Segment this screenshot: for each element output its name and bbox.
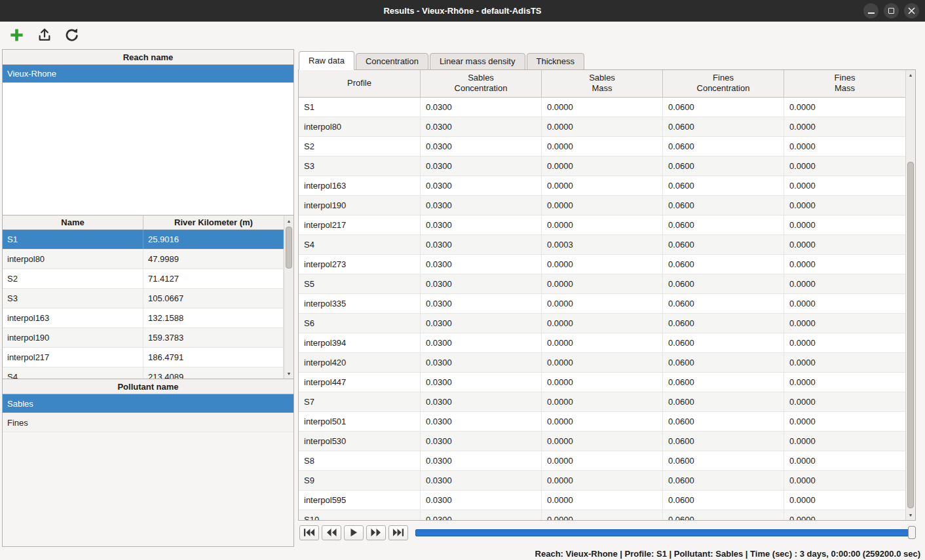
profile-row[interactable]: S125.9016	[3, 230, 284, 250]
data-cell: 0.0300	[421, 137, 542, 156]
play-button[interactable]	[344, 525, 364, 540]
scroll-up-icon[interactable]: ▲	[284, 216, 293, 225]
data-cell: 0.0000	[784, 412, 905, 431]
data-cell: 0.0600	[663, 353, 784, 372]
data-cell: 0.0000	[784, 373, 905, 392]
close-button[interactable]	[904, 3, 919, 18]
data-cell: 0.0000	[542, 392, 663, 411]
skip-to-end-button[interactable]	[388, 525, 408, 540]
profile-cell: interpol163	[3, 308, 143, 327]
data-row[interactable]: interpol5010.03000.00000.06000.0000	[299, 412, 905, 432]
data-cell: interpol530	[299, 432, 421, 451]
tab-linear-mass-density[interactable]: Linear mass density	[430, 53, 525, 70]
data-row[interactable]: interpol3940.03000.00000.06000.0000	[299, 333, 905, 353]
column-header[interactable]: FinesConcentration	[663, 70, 784, 97]
data-row[interactable]: interpol5950.03000.00000.06000.0000	[299, 491, 905, 510]
data-cell: 0.0000	[784, 432, 905, 451]
time-slider-handle[interactable]	[908, 526, 916, 539]
column-header-line2: Mass	[592, 83, 612, 94]
data-row[interactable]: S60.03000.00000.06000.0000	[299, 314, 905, 333]
profiles-panel: Name River Kilometer (m) S125.9016interp…	[2, 215, 294, 379]
data-row[interactable]: S30.03000.00000.06000.0000	[299, 157, 905, 176]
data-cell: 0.0300	[421, 333, 542, 352]
data-row[interactable]: interpol4470.03000.00000.06000.0000	[299, 373, 905, 392]
data-cell: 0.0000	[542, 137, 663, 156]
scroll-down-icon[interactable]: ▼	[284, 369, 293, 378]
profile-row[interactable]: interpol8047.9989	[3, 250, 284, 269]
raw-data-scrollbar-thumb[interactable]	[907, 162, 914, 508]
data-cell: 0.0300	[421, 117, 542, 136]
profiles-scrollbar-thumb[interactable]	[286, 227, 292, 269]
raw-data-scrollbar[interactable]: ▲ ▼	[905, 70, 915, 520]
column-header[interactable]: FinesMass	[784, 70, 905, 97]
column-header[interactable]: Profile	[299, 70, 421, 97]
titlebar[interactable]: Results - Vieux-Rhône - default-AdisTS	[0, 0, 925, 22]
skip-to-start-button[interactable]	[299, 525, 319, 540]
profile-row[interactable]: S271.4127	[3, 269, 284, 289]
tab-concentration[interactable]: Concentration	[356, 53, 428, 70]
data-cell: 0.0000	[542, 373, 663, 392]
profile-row[interactable]: S4213.4089	[3, 367, 284, 379]
profiles-col-river-km[interactable]: River Kilometer (m)	[143, 215, 284, 229]
data-row[interactable]: S40.03000.00030.06000.0000	[299, 235, 905, 255]
data-row[interactable]: interpol4200.03000.00000.06000.0000	[299, 353, 905, 373]
profile-row[interactable]: interpol190159.3783	[3, 328, 284, 348]
data-row[interactable]: interpol2170.03000.00000.06000.0000	[299, 215, 905, 235]
data-row[interactable]: S90.03000.00000.06000.0000	[299, 471, 905, 491]
rewind-button[interactable]	[322, 525, 341, 540]
data-cell: 0.0600	[663, 176, 784, 195]
data-row[interactable]: S80.03000.00000.06000.0000	[299, 451, 905, 471]
data-cell: 0.0000	[784, 157, 905, 176]
data-cell: 0.0300	[421, 98, 542, 117]
data-row[interactable]: interpol800.03000.00000.06000.0000	[299, 117, 905, 137]
app-window: Results - Vieux-Rhône - default-AdisTS	[0, 0, 925, 560]
time-slider-track[interactable]	[415, 529, 916, 536]
profile-row[interactable]: interpol217186.4791	[3, 348, 284, 367]
data-cell: interpol273	[299, 255, 421, 274]
data-row[interactable]: interpol5300.03000.00000.06000.0000	[299, 432, 905, 451]
data-row[interactable]: interpol1900.03000.00000.06000.0000	[299, 196, 905, 215]
data-row[interactable]: S70.03000.00000.06000.0000	[299, 392, 905, 412]
data-row[interactable]: S10.03000.00000.06000.0000	[299, 98, 905, 117]
pollutant-list: SablesFines	[3, 394, 293, 432]
raw-data-table-header: ProfileSablesConcentrationSablesMassFine…	[299, 70, 905, 98]
raw-data-table-body: S10.03000.00000.06000.0000interpol800.03…	[299, 98, 905, 520]
export-button[interactable]	[35, 26, 53, 44]
data-cell: 0.0600	[663, 196, 784, 215]
tab-raw-data[interactable]: Raw data	[299, 51, 354, 70]
time-slider[interactable]	[415, 525, 916, 540]
data-row[interactable]: S50.03000.00000.06000.0000	[299, 274, 905, 294]
data-cell: 0.0000	[784, 274, 905, 293]
maximize-button[interactable]	[884, 3, 899, 18]
column-header[interactable]: SablesMass	[542, 70, 663, 97]
pollutant-list-item[interactable]: Fines	[3, 413, 293, 432]
data-row[interactable]: S20.03000.00000.06000.0000	[299, 137, 905, 157]
profiles-scrollbar[interactable]: ▲ ▼	[284, 215, 293, 379]
data-row[interactable]: interpol3350.03000.00000.06000.0000	[299, 294, 905, 314]
profiles-col-name[interactable]: Name	[3, 215, 143, 229]
data-cell: 0.0000	[784, 491, 905, 510]
scroll-down-icon[interactable]: ▼	[906, 510, 915, 519]
data-cell: 0.0000	[784, 235, 905, 254]
data-cell: 0.0600	[663, 510, 784, 520]
profile-cell: 105.0667	[143, 289, 284, 308]
profile-row[interactable]: interpol163132.1588	[3, 308, 284, 328]
pollutant-list-item[interactable]: Sables	[3, 394, 293, 413]
add-button[interactable]	[8, 26, 26, 44]
minimize-button[interactable]	[863, 3, 878, 18]
skip-to-start-icon	[303, 529, 315, 536]
data-row[interactable]: interpol2730.03000.00000.06000.0000	[299, 255, 905, 274]
tab-thickness[interactable]: Thickness	[527, 53, 585, 70]
column-header[interactable]: SablesConcentration	[421, 70, 542, 97]
data-row[interactable]: S100.03000.00000.06000.0000	[299, 510, 905, 520]
reach-list-item[interactable]: Vieux-Rhone	[3, 65, 293, 83]
data-cell: S1	[299, 98, 421, 117]
pollutant-panel: Pollutant name SablesFines	[2, 379, 294, 547]
data-cell: interpol595	[299, 491, 421, 510]
data-row[interactable]: interpol1630.03000.00000.06000.0000	[299, 176, 905, 196]
data-cell: 0.0000	[542, 117, 663, 136]
profile-row[interactable]: S3105.0667	[3, 289, 284, 308]
scroll-up-icon[interactable]: ▲	[906, 71, 915, 80]
refresh-button[interactable]	[63, 26, 81, 44]
fast-forward-button[interactable]	[366, 525, 386, 540]
